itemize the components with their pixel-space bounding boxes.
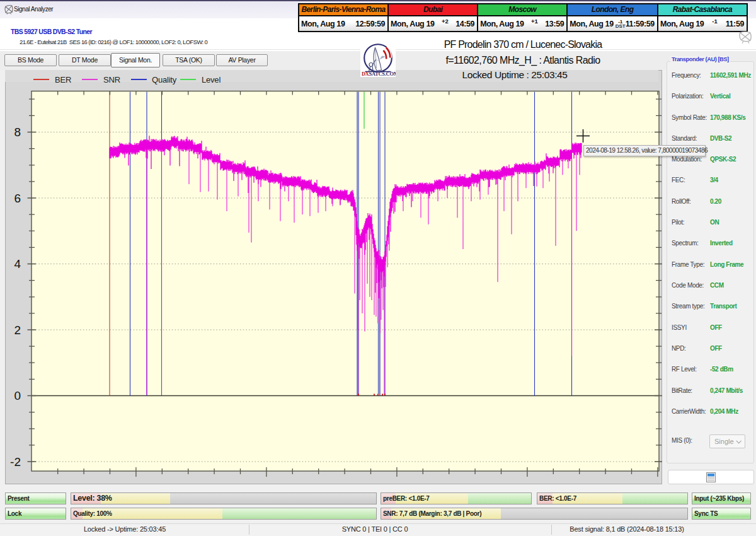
svg-text:-2: -2 — [10, 455, 21, 469]
svg-text:DXSATCS.COM: DXSATCS.COM — [362, 71, 396, 77]
svg-text:0: 0 — [14, 389, 21, 402]
svg-text:2: 2 — [14, 323, 21, 337]
svg-text:6: 6 — [14, 192, 21, 205]
svg-text:4: 4 — [14, 257, 21, 271]
svg-text:8: 8 — [14, 125, 21, 139]
